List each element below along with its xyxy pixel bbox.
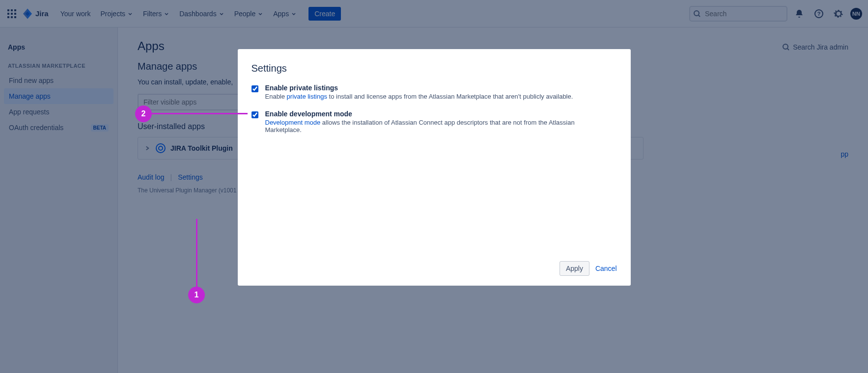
option-private-listings: Enable private listings Enable private l… — [252, 84, 617, 100]
checkbox-private-listings[interactable] — [252, 85, 258, 92]
annotation-1-line — [196, 219, 197, 288]
modal-title: Settings — [252, 63, 617, 74]
private-listings-link[interactable]: private listings — [287, 93, 327, 100]
modal-overlay[interactable]: Settings Enable private listings Enable … — [0, 0, 868, 373]
annotation-2: 2 — [135, 106, 152, 122]
settings-modal: Settings Enable private listings Enable … — [238, 49, 631, 286]
annotation-1: 1 — [188, 287, 205, 303]
option-description: Development mode allows the installation… — [265, 119, 599, 133]
option-label: Enable development mode — [265, 110, 599, 118]
option-description: Enable private listings to install and l… — [265, 93, 573, 100]
development-mode-link[interactable]: Development mode — [265, 119, 321, 126]
option-label: Enable private listings — [265, 84, 573, 92]
annotation-2-line — [150, 113, 248, 114]
option-development-mode: Enable development mode Development mode… — [252, 110, 617, 133]
checkbox-development-mode[interactable] — [252, 111, 258, 118]
apply-button[interactable]: Apply — [560, 261, 589, 276]
cancel-link[interactable]: Cancel — [595, 265, 617, 272]
modal-footer: Apply Cancel — [252, 261, 617, 276]
